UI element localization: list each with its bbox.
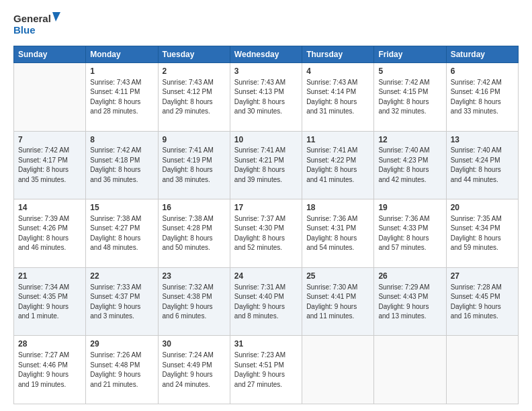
weekday-header-cell: Friday [374, 46, 446, 63]
day-number: 24 [234, 271, 298, 282]
day-info: Sunrise: 7:38 AM Sunset: 4:28 PM Dayligh… [163, 214, 226, 253]
calendar-cell [446, 336, 518, 404]
day-info: Sunrise: 7:31 AM Sunset: 4:40 PM Dayligh… [234, 283, 298, 322]
calendar-week-row: 1Sunrise: 7:43 AM Sunset: 4:11 PM Daylig… [14, 63, 519, 132]
day-info: Sunrise: 7:43 AM Sunset: 4:14 PM Dayligh… [306, 78, 369, 117]
day-number: 16 [163, 202, 226, 214]
calendar-week-row: 7Sunrise: 7:42 AM Sunset: 4:17 PM Daylig… [14, 131, 519, 199]
day-info: Sunrise: 7:34 AM Sunset: 4:35 PM Dayligh… [18, 283, 81, 322]
day-info: Sunrise: 7:29 AM Sunset: 4:43 PM Dayligh… [378, 283, 441, 322]
calendar-cell: 30Sunrise: 7:24 AM Sunset: 4:49 PM Dayli… [158, 336, 230, 404]
weekday-header-cell: Thursday [302, 46, 374, 63]
calendar-cell: 5Sunrise: 7:42 AM Sunset: 4:15 PM Daylig… [374, 63, 446, 132]
svg-text:General: General [13, 13, 51, 24]
day-number: 31 [234, 338, 298, 350]
calendar-cell: 22Sunrise: 7:33 AM Sunset: 4:37 PM Dayli… [86, 267, 158, 336]
calendar-cell: 29Sunrise: 7:26 AM Sunset: 4:48 PM Dayli… [86, 336, 158, 404]
weekday-header-cell: Sunday [14, 46, 86, 63]
calendar-cell [14, 63, 86, 132]
day-info: Sunrise: 7:24 AM Sunset: 4:49 PM Dayligh… [163, 351, 226, 390]
calendar-cell: 19Sunrise: 7:36 AM Sunset: 4:33 PM Dayli… [374, 199, 446, 268]
day-number: 12 [378, 134, 441, 146]
calendar-week-row: 21Sunrise: 7:34 AM Sunset: 4:35 PM Dayli… [14, 267, 519, 336]
calendar-cell: 24Sunrise: 7:31 AM Sunset: 4:40 PM Dayli… [230, 267, 302, 336]
calendar-cell: 20Sunrise: 7:35 AM Sunset: 4:34 PM Dayli… [446, 199, 518, 268]
calendar-week-row: 28Sunrise: 7:27 AM Sunset: 4:46 PM Dayli… [14, 336, 519, 404]
logo: General Blue [13, 11, 60, 39]
day-info: Sunrise: 7:38 AM Sunset: 4:27 PM Dayligh… [90, 214, 153, 253]
calendar-cell: 4Sunrise: 7:43 AM Sunset: 4:14 PM Daylig… [302, 63, 374, 132]
day-number: 10 [234, 134, 298, 146]
calendar-cell: 14Sunrise: 7:39 AM Sunset: 4:26 PM Dayli… [14, 199, 86, 268]
day-info: Sunrise: 7:42 AM Sunset: 4:17 PM Dayligh… [18, 146, 81, 185]
day-info: Sunrise: 7:43 AM Sunset: 4:12 PM Dayligh… [163, 78, 226, 117]
day-info: Sunrise: 7:36 AM Sunset: 4:31 PM Dayligh… [306, 214, 369, 253]
calendar-cell: 9Sunrise: 7:41 AM Sunset: 4:19 PM Daylig… [158, 131, 230, 199]
day-info: Sunrise: 7:41 AM Sunset: 4:21 PM Dayligh… [234, 146, 298, 185]
day-number: 21 [18, 271, 81, 282]
calendar-cell: 15Sunrise: 7:38 AM Sunset: 4:27 PM Dayli… [86, 199, 158, 268]
day-number: 28 [18, 338, 81, 350]
calendar-cell: 27Sunrise: 7:28 AM Sunset: 4:45 PM Dayli… [446, 267, 518, 336]
day-number: 15 [90, 202, 153, 214]
day-info: Sunrise: 7:43 AM Sunset: 4:11 PM Dayligh… [90, 78, 153, 117]
calendar-cell: 11Sunrise: 7:41 AM Sunset: 4:22 PM Dayli… [302, 131, 374, 199]
day-number: 22 [90, 271, 153, 282]
calendar-cell: 6Sunrise: 7:42 AM Sunset: 4:16 PM Daylig… [446, 63, 518, 132]
day-number: 9 [163, 134, 226, 146]
day-info: Sunrise: 7:32 AM Sunset: 4:38 PM Dayligh… [163, 283, 226, 322]
day-info: Sunrise: 7:42 AM Sunset: 4:18 PM Dayligh… [90, 146, 153, 185]
calendar-cell: 17Sunrise: 7:37 AM Sunset: 4:30 PM Dayli… [230, 199, 302, 268]
calendar-cell: 21Sunrise: 7:34 AM Sunset: 4:35 PM Dayli… [14, 267, 86, 336]
day-number: 17 [234, 202, 298, 214]
calendar-cell: 3Sunrise: 7:43 AM Sunset: 4:13 PM Daylig… [230, 63, 302, 132]
page: General Blue SundayMondayTuesdayWednesda… [0, 0, 532, 411]
calendar-cell: 2Sunrise: 7:43 AM Sunset: 4:12 PM Daylig… [158, 63, 230, 132]
calendar-body: 1Sunrise: 7:43 AM Sunset: 4:11 PM Daylig… [14, 63, 519, 404]
day-number: 11 [306, 134, 369, 146]
calendar-cell: 25Sunrise: 7:30 AM Sunset: 4:41 PM Dayli… [302, 267, 374, 336]
day-info: Sunrise: 7:40 AM Sunset: 4:23 PM Dayligh… [378, 146, 441, 185]
day-info: Sunrise: 7:42 AM Sunset: 4:16 PM Dayligh… [451, 78, 514, 117]
day-number: 6 [451, 66, 514, 77]
day-number: 2 [163, 66, 226, 77]
day-number: 7 [18, 134, 81, 146]
calendar-cell: 26Sunrise: 7:29 AM Sunset: 4:43 PM Dayli… [374, 267, 446, 336]
header: General Blue [13, 11, 519, 39]
day-number: 27 [451, 271, 514, 282]
calendar-cell: 8Sunrise: 7:42 AM Sunset: 4:18 PM Daylig… [86, 131, 158, 199]
weekday-header-cell: Tuesday [158, 46, 230, 63]
day-number: 29 [90, 338, 153, 350]
day-info: Sunrise: 7:27 AM Sunset: 4:46 PM Dayligh… [18, 351, 81, 390]
day-number: 20 [451, 202, 514, 214]
calendar-cell: 1Sunrise: 7:43 AM Sunset: 4:11 PM Daylig… [86, 63, 158, 132]
calendar-cell: 23Sunrise: 7:32 AM Sunset: 4:38 PM Dayli… [158, 267, 230, 336]
weekday-header-cell: Monday [86, 46, 158, 63]
calendar-week-row: 14Sunrise: 7:39 AM Sunset: 4:26 PM Dayli… [14, 199, 519, 268]
day-number: 8 [90, 134, 153, 146]
day-info: Sunrise: 7:41 AM Sunset: 4:22 PM Dayligh… [306, 146, 369, 185]
day-number: 5 [378, 66, 441, 77]
calendar-cell: 16Sunrise: 7:38 AM Sunset: 4:28 PM Dayli… [158, 199, 230, 268]
day-info: Sunrise: 7:37 AM Sunset: 4:30 PM Dayligh… [234, 214, 298, 253]
svg-marker-2 [52, 12, 60, 21]
calendar-cell: 13Sunrise: 7:40 AM Sunset: 4:24 PM Dayli… [446, 131, 518, 199]
day-info: Sunrise: 7:26 AM Sunset: 4:48 PM Dayligh… [90, 351, 153, 390]
day-number: 19 [378, 202, 441, 214]
day-number: 1 [90, 66, 153, 77]
calendar-cell: 10Sunrise: 7:41 AM Sunset: 4:21 PM Dayli… [230, 131, 302, 199]
day-info: Sunrise: 7:23 AM Sunset: 4:51 PM Dayligh… [234, 351, 298, 390]
calendar-cell [302, 336, 374, 404]
day-info: Sunrise: 7:33 AM Sunset: 4:37 PM Dayligh… [90, 283, 153, 322]
day-number: 3 [234, 66, 298, 77]
calendar-table: SundayMondayTuesdayWednesdayThursdayFrid… [13, 46, 519, 404]
weekday-header-cell: Wednesday [230, 46, 302, 63]
day-number: 25 [306, 271, 369, 282]
day-number: 18 [306, 202, 369, 214]
weekday-header-cell: Saturday [446, 46, 518, 63]
day-info: Sunrise: 7:41 AM Sunset: 4:19 PM Dayligh… [163, 146, 226, 185]
day-info: Sunrise: 7:36 AM Sunset: 4:33 PM Dayligh… [378, 214, 441, 253]
day-info: Sunrise: 7:30 AM Sunset: 4:41 PM Dayligh… [306, 283, 369, 322]
day-number: 14 [18, 202, 81, 214]
calendar-cell: 28Sunrise: 7:27 AM Sunset: 4:46 PM Dayli… [14, 336, 86, 404]
